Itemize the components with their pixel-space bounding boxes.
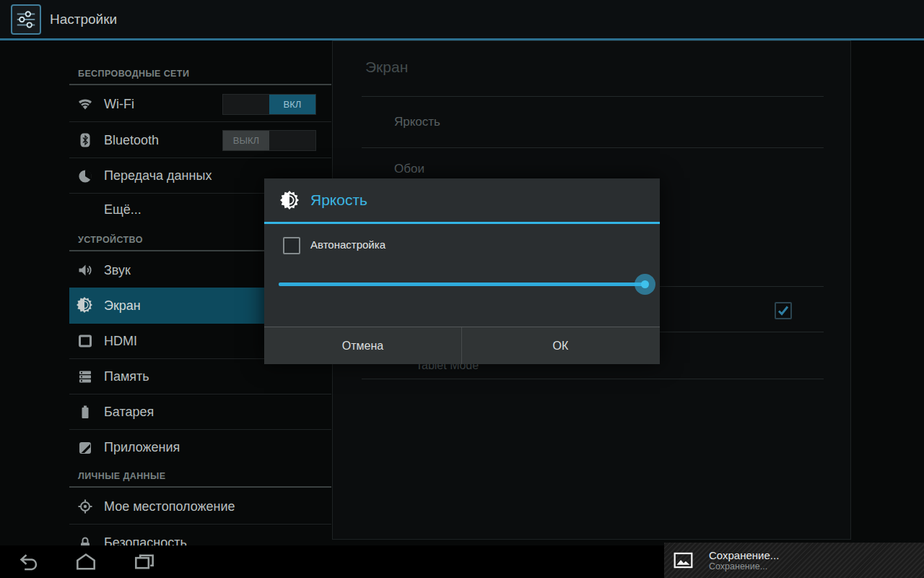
divider: [362, 96, 824, 97]
sidebar-item-apps[interactable]: Приложения: [69, 430, 331, 465]
sidebar-item-label: HDMI: [104, 334, 137, 349]
content-item-brightness[interactable]: Яркость: [394, 115, 440, 129]
brightness-dialog: Яркость Автонастройка Отмена ОК: [264, 178, 660, 363]
sidebar-item-label: Передача данных: [104, 168, 212, 184]
wifi-toggle[interactable]: ВКЛ: [222, 94, 316, 115]
bluetooth-icon: [77, 131, 94, 149]
sidebar-item-label: Безопасность: [104, 535, 187, 545]
dialog-header: Яркость: [264, 178, 660, 222]
sidebar-item-bluetooth[interactable]: Bluetooth ВЫКЛ: [69, 123, 331, 158]
sidebar-item-label: Память: [104, 369, 149, 384]
sidebar-item-label: Приложения: [104, 440, 180, 455]
sidebar-item-label: Экран: [104, 298, 141, 314]
bluetooth-toggle[interactable]: ВЫКЛ: [222, 130, 316, 151]
data-usage-icon: [77, 168, 94, 185]
settings-sliders-icon[interactable]: [11, 4, 41, 35]
bluetooth-toggle-off-label: ВЫКЛ: [223, 131, 269, 150]
dialog-button-bar: Отмена ОК: [264, 327, 660, 364]
wifi-icon: [77, 95, 94, 113]
sidebar-item-security[interactable]: Безопасность: [69, 525, 331, 545]
page-title: Настройки: [50, 12, 117, 27]
screenshot-saving-notification[interactable]: Сохранение... Сохранение...: [664, 543, 924, 578]
dialog-body: Автонастройка: [264, 224, 660, 327]
sidebar-item-storage[interactable]: Память: [69, 359, 331, 394]
sidebar-item-location[interactable]: Мое местоположение: [69, 489, 331, 525]
auto-brightness-checkbox[interactable]: [283, 237, 300, 254]
content-header: Экран: [365, 59, 408, 76]
sound-icon: [77, 262, 94, 279]
storage-icon: [77, 368, 94, 385]
cancel-button[interactable]: Отмена: [264, 327, 461, 364]
brightness-icon: [280, 191, 299, 210]
brightness-slider-track[interactable]: [279, 282, 648, 286]
sidebar-item-label: Звук: [104, 263, 131, 278]
brightness-icon: [77, 297, 94, 314]
android-settings-screen: Настройки БЕСПРОВОДНЫЕ СЕТИ Wi-Fi ВКЛ Bl: [0, 0, 924, 578]
sidebar-item-label: Батарея: [104, 405, 154, 420]
sidebar-item-wifi[interactable]: Wi-Fi ВКЛ: [69, 87, 331, 122]
checkmark-icon: [777, 304, 790, 317]
recents-icon[interactable]: [133, 552, 157, 572]
notification-subtitle: Сохранение...: [709, 561, 779, 572]
hdmi-icon: [77, 332, 94, 350]
image-icon: [674, 552, 693, 569]
location-icon: [77, 498, 94, 515]
divider: [362, 379, 824, 379]
content-item-wallpaper[interactable]: Обои: [394, 162, 424, 176]
top-action-bar: Настройки: [0, 0, 924, 40]
home-icon[interactable]: [74, 552, 98, 572]
battery-icon: [77, 403, 94, 420]
brightness-slider-thumb[interactable]: [635, 274, 655, 295]
section-header-personal: ЛИЧНЫЕ ДАННЫЕ: [69, 465, 331, 488]
section-header-wireless: БЕСПРОВОДНЫЕ СЕТИ: [69, 55, 331, 85]
back-icon[interactable]: [17, 552, 42, 572]
sidebar-item-label: Мое местоположение: [104, 499, 235, 514]
apps-icon: [77, 439, 94, 457]
dialog-title: Яркость: [310, 191, 367, 209]
wifi-toggle-on-label: ВКЛ: [269, 95, 315, 114]
divider: [362, 147, 824, 148]
content-checkbox-checked[interactable]: [775, 302, 792, 319]
sidebar-item-label: Bluetooth: [104, 133, 159, 148]
security-lock-icon: [77, 535, 94, 546]
sidebar-item-label: Wi-Fi: [104, 97, 134, 112]
ok-button[interactable]: ОК: [462, 327, 659, 364]
sidebar-item-label: Ещё...: [104, 202, 141, 217]
auto-brightness-label: Автонастройка: [310, 238, 385, 251]
sidebar-item-battery[interactable]: Батарея: [69, 394, 331, 430]
notification-title: Сохранение...: [709, 549, 779, 561]
